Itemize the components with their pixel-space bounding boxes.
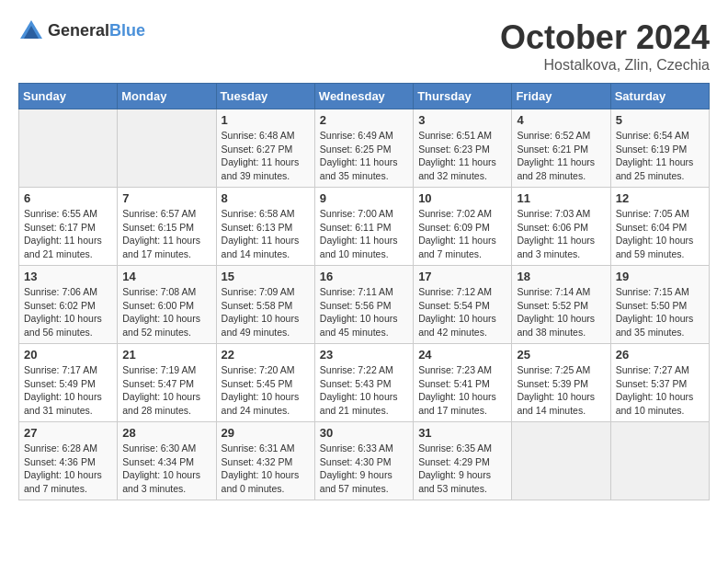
calendar-cell: 12Sunrise: 7:05 AM Sunset: 6:04 PM Dayli… (610, 188, 709, 266)
day-number: 13 (24, 270, 112, 283)
day-number: 5 (616, 113, 704, 127)
day-number: 25 (517, 348, 605, 362)
day-info: Sunrise: 7:00 AM Sunset: 6:11 PM Dayligh… (320, 207, 408, 261)
day-number: 22 (222, 348, 310, 362)
day-info: Sunrise: 6:33 AM Sunset: 4:30 PM Dayligh… (320, 442, 408, 496)
day-number: 15 (222, 270, 310, 283)
day-info: Sunrise: 7:14 AM Sunset: 5:52 PM Dayligh… (517, 285, 605, 339)
day-number: 9 (320, 191, 408, 205)
calendar-cell: 17Sunrise: 7:12 AM Sunset: 5:54 PM Dayli… (414, 266, 512, 344)
calendar-title: October 2024 (500, 18, 710, 57)
day-number: 7 (122, 191, 210, 205)
day-info: Sunrise: 6:57 AM Sunset: 6:15 PM Dayligh… (122, 207, 210, 261)
day-number: 4 (517, 113, 605, 127)
calendar-cell: 5Sunrise: 6:54 AM Sunset: 6:19 PM Daylig… (610, 109, 709, 188)
day-number: 16 (320, 270, 408, 283)
calendar-table: Sunday Monday Tuesday Wednesday Thursday… (18, 83, 710, 500)
calendar-cell: 4Sunrise: 6:52 AM Sunset: 6:21 PM Daylig… (512, 109, 610, 188)
day-info: Sunrise: 6:28 AM Sunset: 4:36 PM Dayligh… (24, 442, 112, 496)
calendar-body: 1Sunrise: 6:48 AM Sunset: 6:27 PM Daylig… (19, 109, 710, 500)
calendar-cell: 25Sunrise: 7:25 AM Sunset: 5:39 PM Dayli… (512, 344, 610, 422)
day-number: 20 (24, 348, 112, 362)
day-info: Sunrise: 6:54 AM Sunset: 6:19 PM Dayligh… (616, 129, 704, 183)
col-sunday: Sunday (19, 84, 118, 109)
calendar-cell: 3Sunrise: 6:51 AM Sunset: 6:23 PM Daylig… (414, 109, 512, 188)
calendar-cell: 2Sunrise: 6:49 AM Sunset: 6:25 PM Daylig… (314, 109, 413, 188)
day-info: Sunrise: 7:19 AM Sunset: 5:47 PM Dayligh… (122, 363, 210, 418)
day-info: Sunrise: 6:48 AM Sunset: 6:27 PM Dayligh… (222, 129, 310, 183)
calendar-cell (118, 109, 216, 188)
calendar-cell: 21Sunrise: 7:19 AM Sunset: 5:47 PM Dayli… (118, 344, 216, 422)
logo-general-text: GeneralBlue (48, 22, 145, 40)
header-row: Sunday Monday Tuesday Wednesday Thursday… (19, 84, 710, 109)
day-number: 27 (24, 426, 112, 440)
col-wednesday: Wednesday (314, 84, 413, 109)
day-number: 3 (418, 113, 506, 127)
calendar-cell: 27Sunrise: 6:28 AM Sunset: 4:36 PM Dayli… (19, 422, 118, 500)
day-number: 11 (517, 191, 605, 205)
title-block: October 2024 Hostalkova, Zlin, Czechia (500, 18, 710, 74)
day-info: Sunrise: 6:49 AM Sunset: 6:25 PM Dayligh… (320, 129, 408, 183)
day-number: 10 (418, 191, 506, 205)
col-monday: Monday (118, 84, 216, 109)
calendar-cell: 30Sunrise: 6:33 AM Sunset: 4:30 PM Dayli… (314, 422, 413, 500)
calendar-cell: 14Sunrise: 7:08 AM Sunset: 6:00 PM Dayli… (118, 266, 216, 344)
calendar-cell: 19Sunrise: 7:15 AM Sunset: 5:50 PM Dayli… (610, 266, 709, 344)
day-number: 17 (418, 270, 506, 283)
day-info: Sunrise: 7:22 AM Sunset: 5:43 PM Dayligh… (320, 363, 408, 418)
day-info: Sunrise: 6:30 AM Sunset: 4:34 PM Dayligh… (122, 442, 210, 496)
day-number: 6 (24, 191, 112, 205)
day-info: Sunrise: 7:27 AM Sunset: 5:37 PM Dayligh… (616, 363, 704, 418)
col-saturday: Saturday (610, 84, 709, 109)
day-number: 30 (320, 426, 408, 440)
calendar-week-4: 20Sunrise: 7:17 AM Sunset: 5:49 PM Dayli… (19, 344, 710, 422)
calendar-header: Sunday Monday Tuesday Wednesday Thursday… (19, 84, 710, 109)
day-number: 12 (616, 191, 704, 205)
day-number: 2 (320, 113, 408, 127)
day-info: Sunrise: 7:12 AM Sunset: 5:54 PM Dayligh… (418, 285, 506, 339)
calendar-cell (610, 422, 709, 500)
calendar-cell: 31Sunrise: 6:35 AM Sunset: 4:29 PM Dayli… (414, 422, 512, 500)
day-info: Sunrise: 7:15 AM Sunset: 5:50 PM Dayligh… (616, 285, 704, 339)
day-info: Sunrise: 7:25 AM Sunset: 5:39 PM Dayligh… (517, 363, 605, 418)
calendar-week-1: 1Sunrise: 6:48 AM Sunset: 6:27 PM Daylig… (19, 109, 710, 188)
calendar-cell: 11Sunrise: 7:03 AM Sunset: 6:06 PM Dayli… (512, 188, 610, 266)
calendar-cell: 22Sunrise: 7:20 AM Sunset: 5:45 PM Dayli… (216, 344, 314, 422)
day-info: Sunrise: 7:20 AM Sunset: 5:45 PM Dayligh… (222, 363, 310, 418)
calendar-cell: 23Sunrise: 7:22 AM Sunset: 5:43 PM Dayli… (314, 344, 413, 422)
day-info: Sunrise: 7:23 AM Sunset: 5:41 PM Dayligh… (418, 363, 506, 418)
day-info: Sunrise: 7:08 AM Sunset: 6:00 PM Dayligh… (122, 285, 210, 339)
day-number: 18 (517, 270, 605, 283)
day-number: 31 (418, 426, 506, 440)
calendar-cell: 24Sunrise: 7:23 AM Sunset: 5:41 PM Dayli… (414, 344, 512, 422)
day-info: Sunrise: 7:11 AM Sunset: 5:56 PM Dayligh… (320, 285, 408, 339)
calendar-cell: 10Sunrise: 7:02 AM Sunset: 6:09 PM Dayli… (414, 188, 512, 266)
day-info: Sunrise: 7:02 AM Sunset: 6:09 PM Dayligh… (418, 207, 506, 261)
day-info: Sunrise: 7:09 AM Sunset: 5:58 PM Dayligh… (222, 285, 310, 339)
day-number: 28 (122, 426, 210, 440)
calendar-cell: 9Sunrise: 7:00 AM Sunset: 6:11 PM Daylig… (314, 188, 413, 266)
calendar-cell: 6Sunrise: 6:55 AM Sunset: 6:17 PM Daylig… (19, 188, 118, 266)
calendar-cell: 13Sunrise: 7:06 AM Sunset: 6:02 PM Dayli… (19, 266, 118, 344)
day-info: Sunrise: 6:31 AM Sunset: 4:32 PM Dayligh… (222, 442, 310, 496)
calendar-week-5: 27Sunrise: 6:28 AM Sunset: 4:36 PM Dayli… (19, 422, 710, 500)
calendar-cell: 7Sunrise: 6:57 AM Sunset: 6:15 PM Daylig… (118, 188, 216, 266)
calendar-cell (19, 109, 118, 188)
calendar-cell: 16Sunrise: 7:11 AM Sunset: 5:56 PM Dayli… (314, 266, 413, 344)
calendar-cell: 26Sunrise: 7:27 AM Sunset: 5:37 PM Dayli… (610, 344, 709, 422)
day-info: Sunrise: 6:58 AM Sunset: 6:13 PM Dayligh… (222, 207, 310, 261)
day-info: Sunrise: 7:03 AM Sunset: 6:06 PM Dayligh… (517, 207, 605, 261)
day-info: Sunrise: 7:06 AM Sunset: 6:02 PM Dayligh… (24, 285, 112, 339)
calendar-cell (512, 422, 610, 500)
day-info: Sunrise: 6:51 AM Sunset: 6:23 PM Dayligh… (418, 129, 506, 183)
day-number: 24 (418, 348, 506, 362)
calendar-cell: 8Sunrise: 6:58 AM Sunset: 6:13 PM Daylig… (216, 188, 314, 266)
day-number: 23 (320, 348, 408, 362)
day-info: Sunrise: 6:55 AM Sunset: 6:17 PM Dayligh… (24, 207, 112, 261)
day-info: Sunrise: 6:52 AM Sunset: 6:21 PM Dayligh… (517, 129, 605, 183)
day-info: Sunrise: 6:35 AM Sunset: 4:29 PM Dayligh… (418, 442, 506, 496)
page-header: GeneralBlue October 2024 Hostalkova, Zli… (18, 18, 710, 74)
day-number: 8 (222, 191, 310, 205)
calendar-cell: 18Sunrise: 7:14 AM Sunset: 5:52 PM Dayli… (512, 266, 610, 344)
calendar-cell: 28Sunrise: 6:30 AM Sunset: 4:34 PM Dayli… (118, 422, 216, 500)
